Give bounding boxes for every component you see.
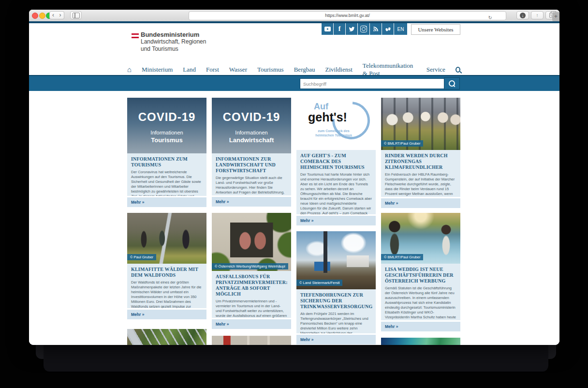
minimize-window-button[interactable]	[39, 13, 45, 19]
nav-item-bergbau[interactable]: Bergbau	[294, 66, 315, 74]
new-tab-button[interactable]: +	[552, 12, 559, 21]
search-icon	[449, 80, 455, 87]
more-link[interactable]: Mehr »	[212, 197, 291, 207]
card-image-auf-gehts-logo[interactable]: Auf geht's! zum Comeback des heimischen …	[296, 98, 376, 150]
webpage: Bundesministerium Landwirtschaft, Region…	[29, 21, 559, 345]
news-card: Auf geht's! zum Comeback des heimischen …	[296, 98, 376, 225]
downloads-button[interactable]: ↓	[516, 11, 529, 19]
search-button[interactable]	[444, 77, 460, 90]
card-body: Die gegenwärtige Situation stellt auch d…	[216, 176, 287, 195]
nav-item-tourismus[interactable]: Tourismus	[257, 66, 284, 74]
card-title[interactable]: INFORMATIONEN ZUM TOURISMUS	[131, 156, 203, 168]
logo-subline: zum Comeback des heimischen Tourismus	[296, 129, 371, 137]
card-body: Ein Feldversuch der HBLFA Raumberg-Gumpe…	[385, 172, 456, 197]
news-card: © Paul Gruber KLIMAFITTE WÄLDER MIT DEM …	[127, 213, 206, 319]
news-card: COVID-19 Informationen Tourismus INFORMA…	[127, 98, 206, 207]
card-body: Der Waldfonds ist eines der größten Maßn…	[131, 280, 203, 308]
nav-item-ministerium[interactable]: Ministerium	[142, 66, 173, 74]
address-bar[interactable]: https://www.bmlrt.gv.at/ ↻	[189, 11, 506, 20]
card-text-panel: KLIMAFITTE WÄLDER MIT DEM WALDFONDS Der …	[127, 264, 206, 308]
card-image-covid-landwirtschaft[interactable]: COVID-19 Informationen Landwirtschaft	[212, 98, 291, 153]
card-body: Gemäß Statuten ist die Geschäftsführung …	[385, 286, 456, 320]
nav-item-zivildienst[interactable]: Zivildienst	[325, 66, 353, 74]
more-link[interactable]: Mehr »	[127, 310, 206, 319]
card-image-red-flag[interactable]	[212, 336, 291, 345]
news-card: COVID-19 Informationen Landwirtschaft IN…	[212, 98, 291, 207]
social-icon-bar: f EN	[322, 23, 407, 35]
twitter-icon[interactable]	[346, 23, 357, 35]
facebook-icon[interactable]: f	[334, 23, 345, 35]
card-text-panel: INFORMATIONEN ZUR LANDWIRTSCHAFT UND FOR…	[212, 153, 291, 195]
main-nav: ⌂ Ministerium Land Forst Wasser Tourismu…	[127, 64, 460, 75]
card-text-panel: AUSFALLSBONUS FÜR PRIVATZIMMERVERMIETER:…	[212, 271, 291, 318]
share-button[interactable]: ↑	[531, 11, 544, 19]
card-title[interactable]: KLIMAFITTE WÄLDER MIT DEM WALDFONDS	[131, 267, 203, 278]
news-card: © Land Steiermark/Ferstl TIEFENBOHRUNGEN…	[296, 231, 376, 344]
card-title[interactable]: LISA WEDDIG IST NEUE GESCHÄFTSFÜHRERIN D…	[385, 267, 456, 284]
url-text: https://www.bmlrt.gv.at/	[325, 13, 369, 18]
card-title[interactable]: AUF GEHT'S - ZUM COMEBACK DES HEIMISCHEN…	[300, 153, 372, 170]
news-card-partial	[381, 338, 460, 345]
websites-button[interactable]: Unsere Websites	[411, 24, 460, 35]
card-title[interactable]: RINDER WERDEN DURCH ZITRONENGAS KLIMAFRE…	[385, 153, 456, 170]
card-text-panel: LISA WEDDIG IST NEUE GESCHÄFTSFÜHRERIN D…	[381, 264, 460, 320]
back-button[interactable]: ‹	[49, 11, 57, 19]
reload-icon[interactable]: ↻	[488, 14, 492, 22]
nav-search-icon[interactable]	[456, 67, 460, 73]
card-image-satellite-map[interactable]	[381, 338, 460, 345]
image-credit: © Österreich Werbung/Wolfgang Weinhäupl	[212, 263, 288, 269]
language-switch-en[interactable]: EN	[394, 23, 407, 35]
card-image-waldfonds[interactable]: © Paul Gruber	[127, 213, 206, 264]
instagram-glyph	[360, 26, 367, 32]
search-bar	[29, 75, 559, 91]
instagram-icon[interactable]	[358, 23, 369, 35]
share-icon: ↑	[536, 13, 539, 18]
sign-language-icon[interactable]	[382, 23, 394, 35]
logo-line: geht's!	[308, 110, 347, 124]
close-window-button[interactable]	[32, 13, 38, 19]
logo-subline-2: heimischen Tourismus	[296, 133, 371, 137]
more-link[interactable]: Mehr »	[381, 322, 460, 331]
card-image-privatzimmer[interactable]: © Österreich Werbung/Wolfgang Weinhäupl	[212, 213, 291, 271]
card-image-bridge-animal[interactable]	[127, 329, 206, 345]
sidebar-icon	[73, 13, 80, 18]
card-title[interactable]: AUSFALLSBONUS FÜR PRIVATZIMMERVERMIETER:…	[216, 274, 287, 297]
news-card-partial	[127, 329, 206, 345]
covid-headline: COVID-19	[212, 98, 291, 124]
news-card-partial	[212, 336, 291, 345]
search-input[interactable]	[300, 78, 447, 89]
card-text-panel: RINDER WERDEN DURCH ZITRONENGAS KLIMAFRE…	[381, 150, 460, 197]
covid-headline: COVID-19	[127, 98, 206, 124]
card-text-panel: TIEFENBOHRUNGEN ZUR SICHERUNG DER TRINKW…	[296, 289, 376, 333]
more-link[interactable]: Mehr »	[127, 197, 206, 207]
youtube-icon[interactable]	[322, 23, 333, 35]
site-top-stripe	[29, 21, 559, 23]
back-icon: ‹	[52, 12, 54, 18]
card-image-rinder[interactable]: © BMLRT/Paul Gruber	[381, 98, 460, 150]
nav-item-forst[interactable]: Forst	[206, 66, 219, 74]
image-credit: © BMLRT/Paul Gruber	[381, 254, 423, 260]
nav-item-service[interactable]: Service	[426, 66, 445, 74]
nav-item-wasser[interactable]: Wasser	[229, 66, 247, 74]
forward-button[interactable]: ›	[57, 11, 64, 19]
nav-item-land[interactable]: Land	[183, 66, 196, 74]
card-title[interactable]: TIEFENBOHRUNGEN ZUR SICHERUNG DER TRINKW…	[300, 292, 372, 310]
more-link[interactable]: Mehr »	[296, 216, 376, 225]
home-icon[interactable]: ⌂	[127, 67, 132, 73]
browser-window: ‹ › https://www.bmlrt.gv.at/ ↻ ↓ ↑ + Bun…	[29, 10, 559, 345]
logo-subline-1: zum Comeback des	[296, 129, 371, 133]
rss-icon[interactable]	[370, 23, 382, 35]
rss-glyph	[373, 26, 379, 32]
card-image-tiefenbohrung[interactable]: © Land Steiermark/Ferstl	[296, 231, 376, 289]
card-body: Um Privatzimmervermieterinnen und -vermi…	[216, 299, 287, 318]
more-link[interactable]: Mehr »	[212, 319, 291, 329]
more-link[interactable]: Mehr »	[296, 335, 376, 344]
ministry-name-line: Landwirtschaft, Regionen	[141, 38, 206, 45]
sidebar-toggle-button[interactable]	[70, 11, 82, 19]
ministry-logo[interactable]: Bundesministerium Landwirtschaft, Region…	[141, 31, 206, 53]
card-image-covid-tourismus[interactable]: COVID-19 Informationen Tourismus	[127, 98, 206, 153]
card-body: Der Coronavirus hat weitreichende Auswir…	[131, 170, 203, 196]
more-link[interactable]: Mehr »	[381, 198, 460, 208]
card-title[interactable]: INFORMATIONEN ZUR LANDWIRTSCHAFT UND FOR…	[216, 156, 287, 174]
card-image-lisa-weddig[interactable]: © BMLRT/Paul Gruber	[381, 213, 460, 264]
